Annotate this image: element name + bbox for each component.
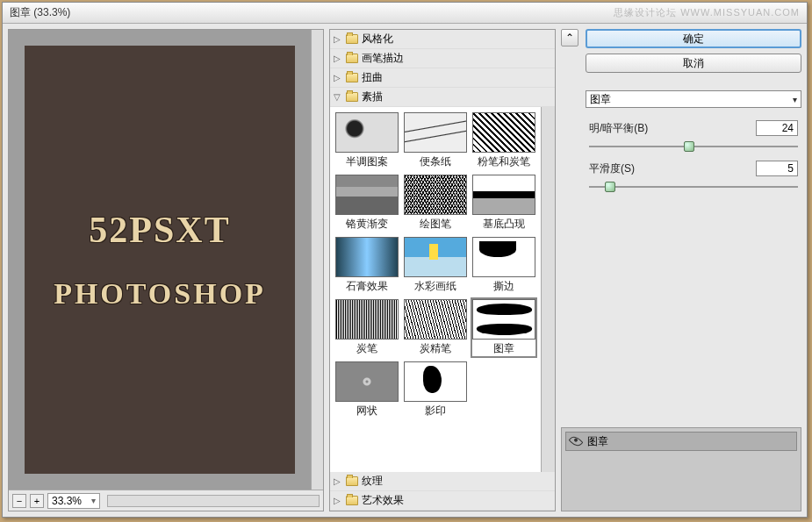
param-1-label: 明/暗平衡(B) — [589, 121, 648, 136]
filter-scrollbar[interactable] — [541, 107, 555, 472]
thumb-image — [404, 237, 467, 277]
layer-label: 图章 — [587, 434, 608, 449]
window-title: 图章 (33.3%) — [10, 5, 70, 20]
thumb-label: 炭精笔 — [420, 341, 451, 356]
preview-image: 52PSXT PHOTOSHOP — [25, 46, 295, 474]
zoom-in-button[interactable]: + — [30, 494, 44, 508]
folder-5[interactable]: ▷艺术效果 — [330, 491, 555, 511]
preview-text-2: PHOTOSHOP — [54, 277, 266, 311]
preview-text-1: 52PSXT — [89, 209, 230, 251]
filter-dropdown[interactable]: 图章 ▾ — [586, 90, 801, 108]
preview-scrollbar-horizontal[interactable] — [107, 495, 320, 507]
thumb-image — [404, 361, 467, 402]
folder-icon — [346, 73, 358, 82]
thumb-image — [335, 299, 399, 340]
thumb-4[interactable]: 绘图笔 — [402, 173, 469, 233]
folder-icon — [346, 54, 358, 63]
folder-icon — [346, 476, 358, 486]
chevron-double-icon: ⌃ — [565, 32, 574, 44]
folder-icon — [346, 92, 358, 102]
thumb-9[interactable]: 炭笔 — [334, 297, 400, 358]
cancel-label: 取消 — [683, 56, 704, 71]
ok-label: 确定 — [683, 32, 704, 46]
slider-thumb[interactable] — [605, 182, 615, 192]
controls-panel: ⌃ 确定 取消 图章 ▾ 明/暗平衡( — [561, 29, 801, 511]
param-2-slider[interactable] — [589, 180, 798, 194]
chevron-down-icon[interactable]: ▾ — [91, 496, 96, 505]
thumb-image — [335, 112, 399, 153]
dropdown-value: 图章 — [590, 92, 611, 107]
watermark: 思缘设计论坛 WWW.MISSYUAN.COM — [614, 6, 800, 19]
triangle-right-icon: ▷ — [334, 73, 342, 82]
folder-3[interactable]: ▽素描 — [330, 88, 555, 107]
thumb-image — [472, 112, 535, 153]
thumb-13[interactable]: 影印 — [402, 360, 469, 420]
thumb-image — [335, 237, 399, 277]
thumb-0[interactable]: 半调图案 — [334, 111, 400, 171]
triangle-right-icon: ▷ — [334, 496, 342, 505]
thumb-1[interactable]: 便条纸 — [402, 111, 469, 171]
thumbs-container[interactable]: 半调图案便条纸粉笔和炭笔铬黄渐变绘图笔基底凸现石膏效果水彩画纸撕边炭笔炭精笔图章… — [330, 107, 541, 472]
cancel-button[interactable]: 取消 — [586, 54, 801, 73]
zoom-field[interactable]: 33.3% ▾ — [47, 493, 100, 509]
thumb-3[interactable]: 铬黄渐变 — [334, 173, 400, 233]
thumb-7[interactable]: 水彩画纸 — [402, 235, 469, 296]
folder-label: 艺术效果 — [362, 493, 404, 508]
thumb-image — [404, 175, 467, 215]
thumb-label: 石膏效果 — [346, 279, 388, 294]
thumb-label: 便条纸 — [420, 154, 451, 169]
folder-4[interactable]: ▷纹理 — [330, 472, 555, 491]
folder-1[interactable]: ▷画笔描边 — [330, 49, 555, 68]
folder-icon — [346, 496, 358, 505]
param-1-input[interactable] — [756, 120, 798, 136]
titlebar: 图章 (33.3%) 思缘设计论坛 WWW.MISSYUAN.COM — [3, 3, 807, 24]
thumb-image — [335, 175, 399, 215]
thumb-6[interactable]: 石膏效果 — [334, 235, 400, 296]
content: 52PSXT PHOTOSHOP − + 33.3% ▾ ▷风格化▷画笔描边▷扭… — [3, 24, 807, 517]
thumb-image — [472, 175, 535, 215]
thumb-label: 网状 — [356, 404, 377, 418]
effect-layers-panel: 图章 — [561, 427, 801, 511]
thumb-label: 水彩画纸 — [414, 279, 456, 294]
thumb-image — [404, 112, 467, 153]
triangle-right-icon: ▷ — [334, 54, 342, 63]
folder-icon — [346, 34, 358, 44]
thumb-label: 半调图案 — [346, 154, 388, 169]
zoom-value: 33.3% — [52, 495, 82, 507]
thumb-image — [404, 299, 467, 340]
effect-layer-row[interactable]: 图章 — [565, 432, 797, 451]
thumb-label: 撕边 — [493, 279, 514, 294]
preview-toolbar: − + 33.3% ▾ — [9, 490, 323, 511]
filter-tree-panel: ▷风格化▷画笔描边▷扭曲▽素描 半调图案便条纸粉笔和炭笔铬黄渐变绘图笔基底凸现石… — [329, 29, 556, 511]
zoom-out-button[interactable]: − — [12, 494, 26, 508]
eye-icon[interactable] — [569, 434, 584, 449]
preview-scrollbar-vertical[interactable] — [311, 30, 323, 490]
thumb-label: 铬黄渐变 — [346, 217, 388, 232]
thumb-8[interactable]: 撕边 — [471, 235, 537, 296]
param-1-slider[interactable] — [589, 139, 798, 154]
param-2-label: 平滑度(S) — [589, 161, 635, 176]
folder-label: 扭曲 — [362, 70, 383, 85]
thumb-12[interactable]: 网状 — [334, 360, 400, 420]
thumb-image — [335, 361, 399, 402]
slider-thumb[interactable] — [684, 141, 694, 152]
folder-2[interactable]: ▷扭曲 — [330, 68, 555, 88]
folder-label: 画笔描边 — [362, 51, 404, 66]
preview-panel: 52PSXT PHOTOSHOP − + 33.3% ▾ — [8, 29, 324, 511]
triangle-right-icon: ▷ — [334, 476, 342, 486]
ok-button[interactable]: 确定 — [586, 29, 801, 48]
param-2-input[interactable] — [756, 161, 798, 176]
collapse-button[interactable]: ⌃ — [561, 29, 578, 46]
folder-0[interactable]: ▷风格化 — [330, 30, 555, 49]
thumb-label: 影印 — [425, 404, 446, 418]
thumb-image — [472, 237, 535, 277]
thumb-11[interactable]: 图章 — [471, 297, 537, 358]
filter-gallery-window: 图章 (33.3%) 思缘设计论坛 WWW.MISSYUAN.COM 52PSX… — [2, 2, 808, 518]
thumb-10[interactable]: 炭精笔 — [402, 297, 469, 358]
thumb-2[interactable]: 粉笔和炭笔 — [471, 111, 537, 171]
preview-canvas[interactable]: 52PSXT PHOTOSHOP — [9, 30, 311, 490]
params: 明/暗平衡(B) 平滑度(S) — [586, 113, 801, 204]
thumb-label: 基底凸现 — [483, 217, 525, 232]
thumb-image — [472, 299, 535, 340]
thumb-5[interactable]: 基底凸现 — [471, 173, 537, 233]
